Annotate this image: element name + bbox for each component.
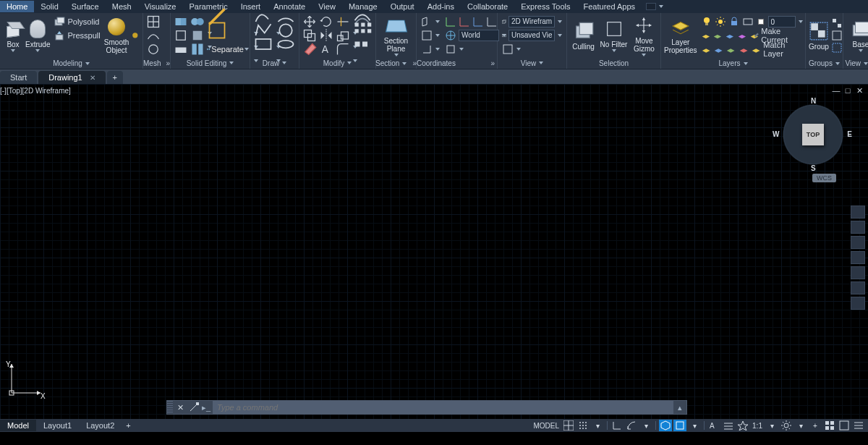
minimize-icon[interactable]: — (832, 87, 841, 96)
ribbon-display-options[interactable] (646, 3, 663, 10)
view-extra[interactable] (501, 43, 563, 56)
panel-title-solid-editing[interactable]: Solid Editing (171, 57, 250, 69)
nav-extra-1-icon[interactable] (851, 281, 865, 294)
mod-move-icon[interactable] (302, 16, 317, 27)
smooth-options-icon[interactable] (131, 30, 140, 41)
sb-dd-1[interactable]: ▾ (591, 420, 604, 431)
layer-properties-button[interactable]: Layer Properties (664, 14, 697, 56)
panel-title-layers[interactable]: Layers (661, 58, 805, 69)
nav-extra-2-icon[interactable] (851, 297, 865, 310)
viewcube-n[interactable]: N (811, 97, 816, 105)
menu-tab-addins[interactable]: Add-ins (421, 1, 461, 12)
panel-title-modeling[interactable]: Modeling (0, 58, 142, 69)
sb-annoscale-icon[interactable]: A (707, 420, 720, 431)
mod-mirror-icon[interactable] (319, 30, 333, 41)
menu-tab-view[interactable]: View (312, 1, 342, 12)
grp-icon-2[interactable] (831, 30, 843, 41)
nav-zoom-icon[interactable] (851, 236, 865, 249)
menu-tab-visualize[interactable]: Visualize (138, 1, 183, 12)
command-bar-close-icon[interactable]: ✕ (173, 403, 188, 412)
menu-tab-express-tools[interactable]: Express Tools (514, 1, 576, 12)
nav-pan-icon[interactable] (851, 221, 865, 234)
no-filter-button[interactable]: No Filter (599, 14, 629, 56)
section-plane-button[interactable]: Section Plane (379, 14, 413, 56)
world-select[interactable] (420, 29, 508, 42)
visual-style-field[interactable] (509, 16, 555, 27)
separate-button[interactable]: Separate (207, 43, 249, 55)
grp-icon-3[interactable] (831, 42, 843, 54)
sb-menu-icon[interactable] (852, 420, 865, 431)
nav-wheel-icon[interactable] (851, 205, 865, 219)
menu-tab-collaborate[interactable]: Collaborate (461, 1, 514, 12)
menu-tab-output[interactable]: Output (384, 1, 421, 12)
panel-title-coordinates[interactable]: Coordinates» (417, 57, 497, 69)
menu-tab-solid[interactable]: Solid (34, 1, 64, 12)
visual-style-select[interactable] (501, 15, 563, 28)
sb-clean-icon[interactable] (838, 420, 851, 431)
mod-text-icon[interactable]: A (319, 43, 333, 55)
extrude-button[interactable]: Extrude (25, 14, 50, 56)
sb-lineweight-icon[interactable] (722, 420, 735, 431)
mod-trim-icon[interactable] (336, 16, 350, 27)
layout-tab-layout1[interactable]: Layout1 (36, 420, 79, 431)
layout-tab-layout2[interactable]: Layout2 (79, 420, 122, 431)
se-icon-2[interactable] (174, 30, 188, 41)
viewcube-s[interactable]: S (811, 164, 816, 172)
mod-copy-icon[interactable] (302, 30, 317, 41)
saved-view-select[interactable] (501, 29, 563, 42)
close-icon[interactable]: ✕ (855, 87, 864, 96)
sb-plus-icon[interactable]: + (809, 420, 822, 431)
sb-dd-4[interactable]: ▾ (765, 420, 778, 431)
mesh-icon-2[interactable] (146, 30, 161, 41)
viewcube-w[interactable]: W (773, 130, 779, 138)
panel-title-modify[interactable]: Modify (299, 57, 375, 69)
sb-dd-3[interactable]: ▾ (688, 420, 701, 431)
menu-tab-mesh[interactable]: Mesh (106, 1, 138, 12)
smooth-object-button[interactable]: Smooth Object (104, 14, 129, 56)
sb-grid-icon[interactable] (562, 420, 575, 431)
saved-view-field[interactable] (509, 30, 555, 41)
se-icon-5[interactable] (190, 30, 205, 41)
se-icon-3[interactable] (174, 43, 188, 55)
move-gizmo-button[interactable]: Move Gizmo (631, 14, 658, 56)
sb-osnap-icon[interactable] (673, 420, 686, 431)
mod-scale-icon[interactable] (336, 30, 350, 41)
se-icon-6[interactable] (190, 43, 205, 55)
sb-snap-icon[interactable] (576, 420, 590, 431)
doc-tab-drawing1[interactable]: Drawing1 ✕ (38, 71, 105, 84)
base-button[interactable]: Base (846, 14, 868, 56)
command-bar-grip[interactable] (167, 401, 173, 414)
viewcube-face-top[interactable]: TOP (802, 124, 824, 145)
sb-model[interactable]: MODEL (532, 420, 561, 431)
sb-isodraft-icon[interactable] (659, 420, 672, 431)
doc-tab-new[interactable]: + (107, 71, 123, 84)
sb-workspace-icon[interactable] (823, 420, 836, 431)
maximize-icon[interactable]: □ (843, 87, 852, 96)
command-input[interactable] (213, 401, 673, 414)
menu-tab-surface[interactable]: Surface (65, 1, 106, 12)
se-icon-1[interactable] (174, 16, 188, 27)
command-bar-customize-icon[interactable] (188, 402, 200, 413)
grp-icon-1[interactable] (831, 17, 843, 29)
polysolid-button[interactable]: Polysolid (52, 15, 101, 28)
layout-tab-model[interactable]: Model (0, 420, 36, 431)
box-button[interactable]: Box (3, 14, 23, 56)
ucs-icon-row3[interactable] (420, 43, 508, 56)
viewcube-e[interactable]: E (847, 130, 852, 138)
menu-tab-featured-apps[interactable]: Featured Apps (577, 1, 642, 12)
sb-scale[interactable]: 1:1 (751, 420, 764, 431)
sb-ortho-icon[interactable] (610, 420, 624, 431)
mesh-icon-3[interactable] (146, 43, 161, 55)
panel-title-draw[interactable]: Draw (250, 57, 299, 69)
close-tab-icon[interactable]: ✕ (90, 74, 95, 82)
doc-tab-start[interactable]: Start (0, 71, 37, 84)
nav-orbit-icon[interactable] (851, 251, 865, 264)
panel-title-mesh[interactable]: Mesh» (143, 57, 170, 69)
command-history-icon[interactable]: ▴ (673, 403, 686, 412)
sb-gear-icon[interactable] (780, 420, 793, 431)
sb-polar-icon[interactable] (625, 420, 638, 431)
match-layer-button[interactable]: Match Layer (699, 43, 804, 56)
layer-name-field[interactable] (768, 16, 796, 27)
sb-dd-5[interactable]: ▾ (794, 420, 807, 431)
world-field[interactable] (459, 30, 499, 41)
